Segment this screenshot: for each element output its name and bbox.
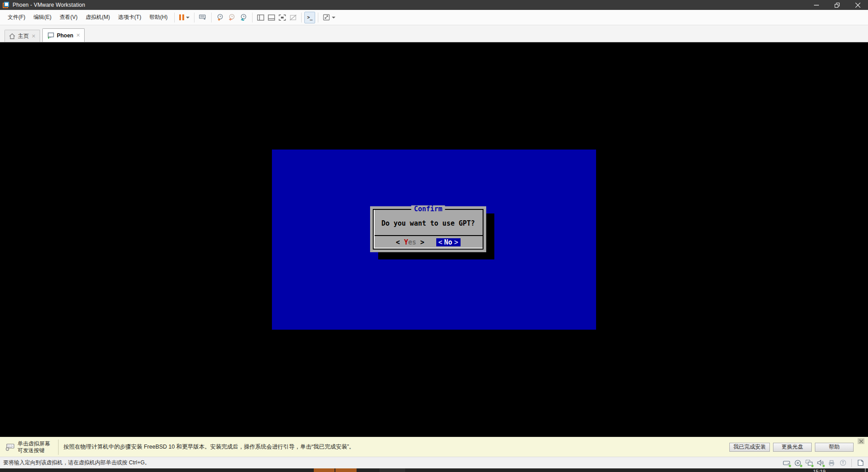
chevron-down-icon <box>332 17 335 18</box>
vmware-logo-icon <box>3 2 9 8</box>
tab-phoen[interactable]: Phoen ✕ <box>42 28 85 42</box>
sound-icon[interactable] <box>816 459 824 467</box>
title-bar: Phoen - VMware Workstation <box>0 0 868 10</box>
tab-close-icon[interactable]: ✕ <box>32 34 36 39</box>
unity-mode-button[interactable] <box>288 12 298 23</box>
full-screen-icon <box>279 14 286 21</box>
library-panel-icon <box>257 14 264 21</box>
pause-icon <box>179 14 184 20</box>
show-library-button[interactable] <box>255 12 266 23</box>
keyboard-icon <box>5 443 14 451</box>
taskbar-app-segment <box>314 468 335 472</box>
status-bar: 要将输入定向到该虚拟机，请在虚拟机内部单击或按 Ctrl+G。 <box>0 457 868 468</box>
tab-home[interactable]: 主页 ✕ <box>5 30 40 42</box>
toolbar-separator <box>252 13 253 23</box>
network-adapter-icon[interactable] <box>805 459 813 467</box>
taskbar-app-segment <box>380 468 405 472</box>
pause-vm-button[interactable] <box>177 12 191 23</box>
full-screen-button[interactable] <box>277 12 288 23</box>
hint-line-2: 可发送按键 <box>18 447 50 454</box>
fit-guest-icon <box>323 14 330 21</box>
fit-guest-display-button[interactable] <box>321 12 337 23</box>
take-snapshot-icon <box>216 14 224 21</box>
message-log-icon[interactable] <box>856 459 864 467</box>
thumbnail-bar-icon <box>268 14 275 21</box>
printer-icon[interactable] <box>827 459 836 467</box>
tab-label: 主页 <box>18 32 29 40</box>
menu-help[interactable]: 帮助(H) <box>145 12 172 23</box>
window-title: Phoen - VMware Workstation <box>13 2 85 8</box>
toolbar-separator <box>318 13 318 23</box>
restore-button[interactable] <box>827 0 847 10</box>
taskbar-app-segment <box>335 468 357 472</box>
revert-snapshot-icon <box>228 14 236 21</box>
send-ctrl-alt-del-button[interactable] <box>197 12 208 23</box>
unity-mode-icon <box>289 14 297 21</box>
dialog-separator <box>375 235 483 236</box>
device-connected-dot <box>811 464 814 467</box>
toolbar-separator <box>211 13 212 23</box>
infobar-separator <box>58 440 59 455</box>
snapshot-manager-button[interactable] <box>238 12 249 23</box>
toolbar-separator <box>301 13 302 23</box>
dialog-title: Confirm <box>411 205 445 213</box>
status-message: 要将输入定向到该虚拟机，请在虚拟机内部单击或按 Ctrl+G。 <box>3 459 782 467</box>
menu-file[interactable]: 文件(F) <box>4 12 29 23</box>
toolbar-separator <box>194 13 194 23</box>
usb-device-icon[interactable] <box>839 459 847 467</box>
tab-label: Phoen <box>57 32 73 39</box>
install-info-bar: 单击虚拟屏幕 可发送按键 按照在物理计算机中的步骤安装 FreeBSD 10 和… <box>0 437 868 457</box>
menu-view[interactable]: 查看(V) <box>55 12 81 23</box>
dialog-message: Do you want to use GPT? <box>374 219 483 227</box>
tab-close-icon[interactable]: ✕ <box>76 33 80 38</box>
finished-installing-button[interactable]: 我已完成安装 <box>729 443 770 452</box>
tab-strip: 主页 ✕ Phoen ✕ <box>0 25 868 42</box>
taskbar-edge <box>865 468 866 472</box>
help-button[interactable]: 帮助 <box>815 443 854 452</box>
toolbar-separator <box>174 13 175 23</box>
menu-toolbar: 文件(F) 编辑(E) 查看(V) 虚拟机(M) 选项卡(T) 帮助(H) <box>0 10 868 25</box>
take-snapshot-button[interactable] <box>214 12 226 23</box>
vm-icon <box>47 32 54 39</box>
home-icon <box>9 33 15 39</box>
device-connected-dot <box>822 464 825 467</box>
infobar-close-icon[interactable] <box>858 438 864 444</box>
guest-screen[interactable]: Confirm Do you want to use GPT? < Yes > … <box>272 150 596 330</box>
menu-edit[interactable]: 编辑(E) <box>29 12 55 23</box>
chevron-down-icon <box>186 17 190 18</box>
statusbar-separator <box>851 459 852 467</box>
no-button[interactable]: <No> <box>436 238 461 246</box>
cd-dvd-icon[interactable] <box>794 459 802 467</box>
hard-disk-icon[interactable] <box>782 459 791 467</box>
vm-console[interactable]: Confirm Do you want to use GPT? < Yes > … <box>0 42 868 437</box>
close-button[interactable] <box>847 0 868 10</box>
revert-snapshot-button[interactable] <box>226 12 238 23</box>
snapshot-manager-icon <box>240 14 248 21</box>
menu-vm[interactable]: 虚拟机(M) <box>81 12 114 23</box>
change-disc-button[interactable]: 更换光盘 <box>773 443 812 452</box>
show-thumbnail-bar-button[interactable] <box>266 12 277 23</box>
console-view-icon: >_ <box>307 15 312 20</box>
device-connected-dot <box>800 464 803 467</box>
dialog-frame: Confirm Do you want to use GPT? < Yes > … <box>373 209 484 250</box>
send-keys-hint: 单击虚拟屏幕 可发送按键 <box>5 440 53 454</box>
yes-button[interactable]: < Yes > <box>396 238 424 246</box>
confirm-dialog: Confirm Do you want to use GPT? < Yes > … <box>370 206 486 252</box>
device-connected-dot <box>788 464 791 467</box>
install-instructions: 按照在物理计算机中的步骤安装 FreeBSD 10 和更早版本。安装完成后，操作… <box>63 443 729 451</box>
minimize-button[interactable] <box>806 0 827 10</box>
send-ctrl-alt-del-icon <box>199 14 207 21</box>
hint-line-1: 单击虚拟屏幕 <box>18 440 50 447</box>
host-taskbar-sliver: 15:19 <box>0 468 868 472</box>
console-view-button[interactable]: >_ <box>304 12 315 23</box>
menu-tabs[interactable]: 选项卡(T) <box>114 12 145 23</box>
taskbar-clock: 15:19 <box>813 468 826 472</box>
